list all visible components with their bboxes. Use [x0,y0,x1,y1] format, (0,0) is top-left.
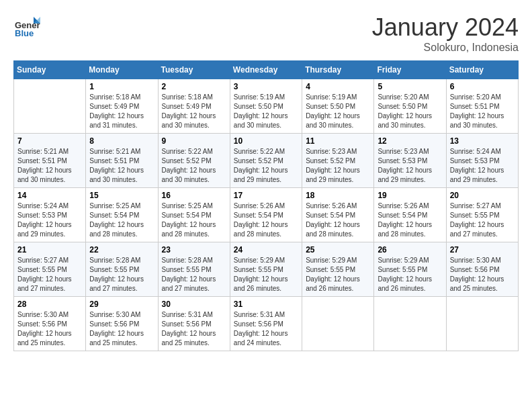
day-info: Sunrise: 5:23 AM Sunset: 5:53 PM Dayligh… [378,147,442,185]
day-number: 12 [378,136,442,146]
day-number: 21 [17,245,82,255]
day-number: 24 [234,245,298,255]
calendar-body: 1Sunrise: 5:18 AM Sunset: 5:49 PM Daylig… [14,79,519,351]
calendar-cell: 8Sunrise: 5:21 AM Sunset: 5:51 PM Daylig… [86,134,158,188]
calendar-cell: 7Sunrise: 5:21 AM Sunset: 5:51 PM Daylig… [14,134,86,188]
day-info: Sunrise: 5:22 AM Sunset: 5:52 PM Dayligh… [162,147,226,185]
day-number: 16 [162,191,226,200]
day-info: Sunrise: 5:31 AM Sunset: 5:56 PM Dayligh… [162,310,226,348]
calendar-week-1: 1Sunrise: 5:18 AM Sunset: 5:49 PM Daylig… [14,79,519,134]
logo: General Blue [13,13,40,40]
calendar-cell: 25Sunrise: 5:29 AM Sunset: 5:55 PM Dayli… [302,242,374,297]
calendar-cell: 17Sunrise: 5:26 AM Sunset: 5:54 PM Dayli… [230,188,302,242]
calendar-cell: 31Sunrise: 5:31 AM Sunset: 5:56 PM Dayli… [230,297,302,351]
calendar-cell: 28Sunrise: 5:30 AM Sunset: 5:56 PM Dayli… [14,297,86,351]
day-info: Sunrise: 5:20 AM Sunset: 5:51 PM Dayligh… [450,93,515,130]
day-number: 4 [306,82,370,91]
day-info: Sunrise: 5:29 AM Sunset: 5:55 PM Dayligh… [378,256,442,293]
calendar-cell [14,79,86,134]
day-number: 22 [89,245,154,255]
day-number: 8 [89,136,154,146]
day-info: Sunrise: 5:31 AM Sunset: 5:56 PM Dayligh… [234,310,298,348]
day-info: Sunrise: 5:24 AM Sunset: 5:53 PM Dayligh… [450,147,515,185]
day-number: 7 [17,136,82,146]
day-info: Sunrise: 5:28 AM Sunset: 5:55 PM Dayligh… [162,256,226,293]
weekday-header-tuesday: Tuesday [158,61,230,79]
day-info: Sunrise: 5:22 AM Sunset: 5:52 PM Dayligh… [234,147,298,185]
day-info: Sunrise: 5:27 AM Sunset: 5:55 PM Dayligh… [17,256,82,293]
calendar-cell: 19Sunrise: 5:26 AM Sunset: 5:54 PM Dayli… [374,188,446,242]
day-number: 13 [450,136,515,146]
calendar-week-2: 7Sunrise: 5:21 AM Sunset: 5:51 PM Daylig… [14,134,519,188]
weekday-header-row: SundayMondayTuesdayWednesdayThursdayFrid… [14,61,519,79]
svg-text:Blue: Blue [15,28,34,38]
day-info: Sunrise: 5:24 AM Sunset: 5:53 PM Dayligh… [17,201,82,239]
day-number: 18 [306,191,370,200]
day-info: Sunrise: 5:21 AM Sunset: 5:51 PM Dayligh… [17,147,82,185]
calendar-table: SundayMondayTuesdayWednesdayThursdayFrid… [13,60,519,351]
day-info: Sunrise: 5:25 AM Sunset: 5:54 PM Dayligh… [162,201,226,239]
day-number: 9 [162,136,226,146]
title-area: January 2024 Solokuro, Indonesia [372,13,519,54]
calendar-cell: 24Sunrise: 5:29 AM Sunset: 5:55 PM Dayli… [230,242,302,297]
day-info: Sunrise: 5:28 AM Sunset: 5:55 PM Dayligh… [89,256,154,293]
weekday-header-monday: Monday [86,61,158,79]
day-number: 23 [162,245,226,255]
day-number: 29 [89,300,154,309]
day-info: Sunrise: 5:21 AM Sunset: 5:51 PM Dayligh… [89,147,154,185]
day-number: 6 [450,82,515,91]
day-info: Sunrise: 5:19 AM Sunset: 5:50 PM Dayligh… [234,93,298,130]
calendar-cell: 18Sunrise: 5:26 AM Sunset: 5:54 PM Dayli… [302,188,374,242]
calendar-cell: 29Sunrise: 5:30 AM Sunset: 5:56 PM Dayli… [86,297,158,351]
calendar-cell: 5Sunrise: 5:20 AM Sunset: 5:50 PM Daylig… [374,79,446,134]
day-number: 10 [234,136,298,146]
calendar-cell: 30Sunrise: 5:31 AM Sunset: 5:56 PM Dayli… [158,297,230,351]
day-number: 2 [162,82,226,91]
month-title: January 2024 [372,13,519,42]
day-info: Sunrise: 5:20 AM Sunset: 5:50 PM Dayligh… [378,93,442,130]
calendar-cell: 22Sunrise: 5:28 AM Sunset: 5:55 PM Dayli… [86,242,158,297]
page-header: General Blue January 2024 Solokuro, Indo… [13,13,519,54]
calendar-cell: 13Sunrise: 5:24 AM Sunset: 5:53 PM Dayli… [446,134,518,188]
day-info: Sunrise: 5:26 AM Sunset: 5:54 PM Dayligh… [234,201,298,239]
day-info: Sunrise: 5:19 AM Sunset: 5:50 PM Dayligh… [306,93,370,130]
calendar-cell: 6Sunrise: 5:20 AM Sunset: 5:51 PM Daylig… [446,79,518,134]
calendar-cell: 14Sunrise: 5:24 AM Sunset: 5:53 PM Dayli… [14,188,86,242]
weekday-header-friday: Friday [374,61,446,79]
day-number: 3 [234,82,298,91]
day-number: 11 [306,136,370,146]
calendar-cell: 27Sunrise: 5:30 AM Sunset: 5:56 PM Dayli… [446,242,518,297]
day-number: 15 [89,191,154,200]
calendar-cell: 20Sunrise: 5:27 AM Sunset: 5:55 PM Dayli… [446,188,518,242]
day-number: 28 [17,300,82,309]
calendar-cell: 21Sunrise: 5:27 AM Sunset: 5:55 PM Dayli… [14,242,86,297]
calendar-cell: 11Sunrise: 5:23 AM Sunset: 5:52 PM Dayli… [302,134,374,188]
calendar-cell: 12Sunrise: 5:23 AM Sunset: 5:53 PM Dayli… [374,134,446,188]
day-number: 25 [306,245,370,255]
calendar-cell: 10Sunrise: 5:22 AM Sunset: 5:52 PM Dayli… [230,134,302,188]
day-number: 20 [450,191,515,200]
day-number: 19 [378,191,442,200]
calendar-cell: 23Sunrise: 5:28 AM Sunset: 5:55 PM Dayli… [158,242,230,297]
day-info: Sunrise: 5:26 AM Sunset: 5:54 PM Dayligh… [306,201,370,239]
weekday-header-wednesday: Wednesday [230,61,302,79]
day-info: Sunrise: 5:23 AM Sunset: 5:52 PM Dayligh… [306,147,370,185]
calendar-cell: 4Sunrise: 5:19 AM Sunset: 5:50 PM Daylig… [302,79,374,134]
day-number: 30 [162,300,226,309]
day-info: Sunrise: 5:18 AM Sunset: 5:49 PM Dayligh… [162,93,226,130]
calendar-cell: 16Sunrise: 5:25 AM Sunset: 5:54 PM Dayli… [158,188,230,242]
day-number: 14 [17,191,82,200]
calendar-cell: 3Sunrise: 5:19 AM Sunset: 5:50 PM Daylig… [230,79,302,134]
calendar-cell: 15Sunrise: 5:25 AM Sunset: 5:54 PM Dayli… [86,188,158,242]
day-number: 27 [450,245,515,255]
day-info: Sunrise: 5:30 AM Sunset: 5:56 PM Dayligh… [450,256,515,293]
calendar-cell: 9Sunrise: 5:22 AM Sunset: 5:52 PM Daylig… [158,134,230,188]
day-info: Sunrise: 5:30 AM Sunset: 5:56 PM Dayligh… [89,310,154,348]
weekday-header-thursday: Thursday [302,61,374,79]
calendar-cell: 2Sunrise: 5:18 AM Sunset: 5:49 PM Daylig… [158,79,230,134]
weekday-header-saturday: Saturday [446,61,518,79]
calendar-cell [374,297,446,351]
day-info: Sunrise: 5:25 AM Sunset: 5:54 PM Dayligh… [89,201,154,239]
calendar-cell: 26Sunrise: 5:29 AM Sunset: 5:55 PM Dayli… [374,242,446,297]
logo-icon: General Blue [13,13,40,40]
